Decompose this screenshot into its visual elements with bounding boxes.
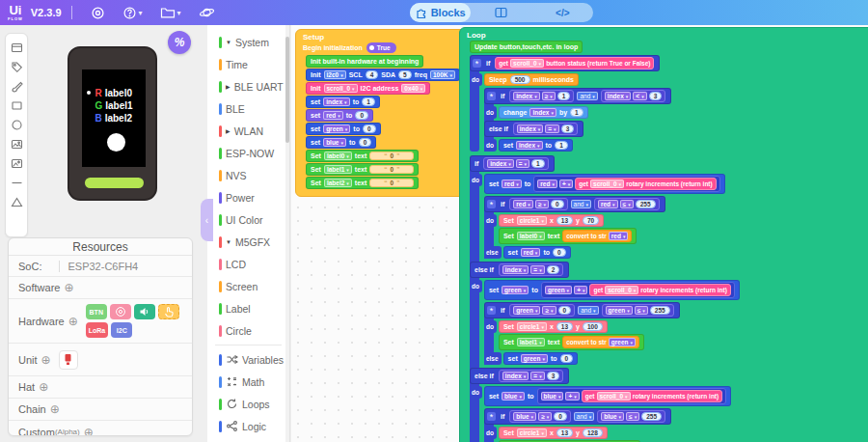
dropdown[interactable]: label1 — [324, 165, 352, 174]
gif-tool-icon[interactable] — [9, 155, 24, 171]
add-software-button[interactable]: ⊕ — [64, 281, 73, 294]
value-field[interactable]: 0 — [355, 111, 368, 120]
dropdown[interactable]: red — [521, 248, 541, 257]
value-block[interactable]: index<3 — [601, 90, 665, 102]
value-block[interactable]: getscroll_0rotary increments (return int… — [575, 178, 716, 190]
block-statement[interactable]: setredtored+getscroll_0rotary increments… — [484, 174, 725, 194]
value-block[interactable]: getscroll_0button status (return True or… — [495, 57, 654, 69]
dropdown[interactable]: ≤ — [626, 412, 639, 421]
block-statement[interactable]: Initi2c0SCL4SDA5freq100K — [306, 69, 460, 81]
block-statement[interactable]: Setlabel1text0 — [306, 163, 419, 176]
dropdown[interactable]: red — [609, 232, 629, 240]
dropdown[interactable]: = — [545, 124, 558, 133]
block-statement[interactable]: setgreentogreen+getscroll_0rotary increm… — [484, 280, 740, 300]
block-statement[interactable]: changeindexby1 — [499, 106, 588, 119]
tab-split-view[interactable] — [471, 3, 531, 22]
dropdown[interactable]: = — [516, 159, 529, 168]
dropdown[interactable]: ≥ — [535, 200, 549, 208]
dropdown[interactable]: index — [323, 97, 350, 106]
block-statement[interactable]: setgreento0 — [503, 352, 579, 365]
dropdown[interactable]: label0 — [324, 152, 352, 160]
value-block[interactable]: getscroll_0rotary increments (return int… — [589, 284, 730, 296]
dropdown[interactable]: 0x40 — [401, 84, 425, 93]
dropdown[interactable]: index — [502, 265, 529, 274]
category-label[interactable]: Label — [207, 297, 289, 319]
if-block[interactable]: *ifgreen≥0andgreen≤255doSetcircle1x13y10… — [484, 301, 680, 366]
dropdown[interactable]: index — [516, 141, 543, 150]
value-field[interactable]: 255 — [641, 412, 662, 421]
image-tool-icon[interactable] — [9, 136, 24, 152]
add-custom-button[interactable]: ⊕ — [84, 426, 94, 437]
if-block[interactable]: *ifgetscroll_0button status (return True… — [470, 54, 671, 153]
value-field[interactable]: 100 — [583, 322, 603, 331]
chain-row[interactable]: Chain ⊕ — [9, 399, 192, 421]
dropdown[interactable]: scroll_0 — [605, 286, 638, 294]
dropdown[interactable]: red — [598, 200, 618, 208]
category-loops[interactable]: Loops — [207, 393, 289, 415]
dropdown[interactable]: index — [487, 159, 514, 168]
string-field[interactable]: 0 — [369, 179, 414, 187]
loop-block[interactable]: LoopUpdate button,touch,etc. in loop*ifg… — [459, 27, 868, 442]
value-field[interactable]: 70 — [583, 216, 599, 225]
value-block[interactable]: green≤255 — [602, 304, 674, 317]
block-statement[interactable]: setbluetoblue+getscroll_0rotary incremen… — [484, 386, 731, 406]
dropdown[interactable]: blue — [541, 392, 564, 401]
value-field[interactable]: 1 — [362, 97, 375, 106]
scrollbar-thumb[interactable] — [285, 37, 289, 143]
theme-toggle-button[interactable]: % — [168, 31, 191, 54]
if-condition-row[interactable]: *ifgetscroll_0button status (return True… — [470, 55, 660, 71]
category-math[interactable]: Math — [207, 371, 289, 393]
dropdown[interactable]: index — [529, 108, 556, 117]
hardware-badge-lora[interactable]: LoRa — [86, 322, 109, 338]
category-ble[interactable]: BLE — [207, 97, 289, 120]
dropdown[interactable]: blue — [502, 392, 525, 401]
block-statement[interactable]: setindexto1 — [306, 96, 380, 108]
dropdown[interactable]: green — [545, 286, 572, 294]
add-hat-button[interactable]: ⊕ — [39, 380, 48, 394]
dropdown[interactable]: scroll_0 — [597, 392, 631, 401]
dropdown[interactable]: blue — [513, 412, 536, 421]
dropdown[interactable]: green — [323, 124, 350, 133]
category-circle[interactable]: Circle — [207, 319, 289, 342]
value-field[interactable]: 1 — [570, 108, 583, 117]
dropdown[interactable]: and — [578, 306, 598, 315]
block-statement[interactable]: Setlabel2text0 — [306, 177, 419, 189]
block-statement[interactable]: Setlabel0text0 — [306, 150, 419, 162]
dropdown[interactable]: and — [577, 92, 597, 100]
unit-badge[interactable] — [59, 350, 78, 370]
add-unit-button[interactable]: ⊕ — [41, 353, 51, 367]
dropdown[interactable]: green — [502, 286, 529, 294]
dropdown[interactable]: index — [513, 92, 540, 100]
mutator-icon[interactable]: * — [487, 412, 496, 421]
dropdown[interactable]: label0 — [517, 232, 545, 240]
value-block[interactable]: index=3 — [499, 370, 563, 382]
dropdown[interactable]: 100K — [430, 70, 455, 79]
value-field[interactable]: 128 — [583, 428, 603, 437]
mutator-icon[interactable]: * — [473, 59, 481, 68]
category-time[interactable]: Time — [207, 53, 289, 75]
if-condition-row[interactable]: *ifblue≥0andblue≤255 — [484, 408, 671, 425]
help-icon[interactable]: ▾ — [122, 6, 143, 20]
value-field[interactable]: 1 — [557, 92, 571, 100]
hardware-badge-speaker[interactable] — [134, 304, 155, 319]
tab-code-view[interactable]: </> — [532, 3, 593, 22]
device-button[interactable] — [85, 178, 144, 188]
hardware-badge-touch[interactable] — [158, 304, 179, 319]
value-field[interactable]: 0 — [359, 138, 372, 147]
rect-tool-icon[interactable] — [9, 97, 24, 113]
block-statement[interactable]: Setlabel0textconvert to strred — [499, 228, 637, 244]
settings-icon[interactable] — [91, 6, 105, 20]
hardware-badge-btn[interactable]: BTN — [86, 304, 107, 319]
line-tool-icon[interactable] — [9, 175, 24, 190]
value-field[interactable]: 2 — [547, 265, 560, 274]
value-field[interactable]: 0 — [558, 306, 572, 315]
value-field[interactable]: 0 — [554, 412, 567, 421]
block-statement[interactable]: Setcircle1x13y100 — [499, 320, 608, 333]
category-ble-uart[interactable]: ▶BLE UART — [207, 75, 289, 97]
planet-icon[interactable] — [199, 6, 215, 19]
dropdown[interactable]: index — [605, 92, 632, 100]
value-field[interactable]: 13 — [556, 322, 573, 331]
value-block[interactable]: green+getscroll_0rotary increments (retu… — [541, 282, 735, 298]
triangle-tool-icon[interactable] — [9, 194, 24, 209]
category-screen[interactable]: Screen — [207, 275, 289, 297]
